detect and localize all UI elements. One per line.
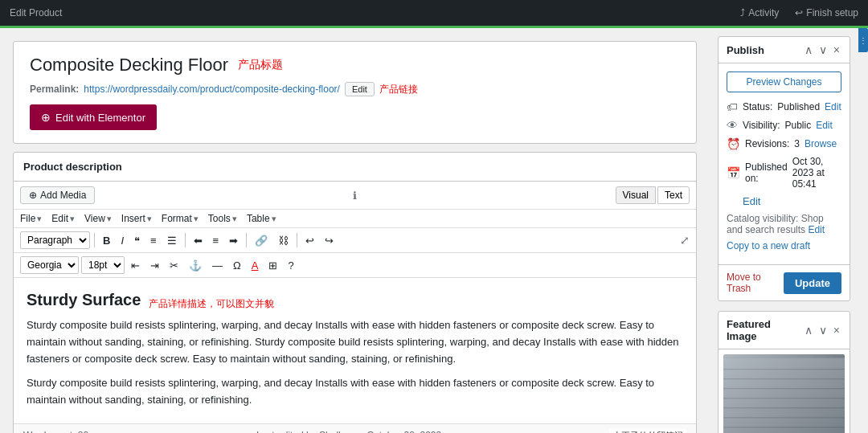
catalog-visibility-row: Catalog visibility: Shop and search resu… [727,213,841,240]
publish-panel-down-button[interactable]: ∨ [817,43,829,56]
align-right-button[interactable]: ➡ [225,232,242,249]
topbar: Edit Product ⤴ Activity ↩ Finish setup [0,0,868,26]
anchor-button[interactable]: ⚓ [185,257,206,274]
publish-panel-header: Publish ∧ ∨ × [719,37,850,63]
menu-insert[interactable]: Insert ▾ [121,213,152,224]
separator-4 [297,233,297,247]
elementor-icon: ⊕ [41,111,51,124]
featured-image-panel: Featured Image ∧ ∨ × [718,311,850,433]
product-title-cn-label: 产品标题 [238,58,283,72]
description-section: Product description ⊕ Add Media ℹ Visual… [13,152,697,433]
menu-view[interactable]: View ▾ [84,213,112,224]
table-insert-button[interactable]: ⊞ [264,257,281,274]
paragraph-select[interactable]: Paragraph [20,231,90,249]
help-icon: ℹ [353,190,357,202]
featured-image-header: Featured Image ∧ ∨ × [719,312,850,349]
published-row: 📅 Published on: Oct 30, 2023 at 05:41 [727,156,841,190]
resize-handle[interactable]: ⋮ [858,28,868,52]
calendar-icon: 📅 [727,166,740,179]
menu-bar: File ▾ Edit ▾ View ▾ Insert ▾ Format ▾ T… [14,210,696,228]
permalink-link[interactable]: https://wordpressdaily.com/product/compo… [84,84,340,95]
product-title-section: Composite Decking Floor 产品标题 Permalink: … [13,41,697,144]
add-media-icon: ⊕ [29,190,37,201]
last-edited: Last edited by Shelley on October 30, 20… [256,430,441,433]
add-media-button[interactable]: ⊕ Add Media [20,186,95,204]
unlink-button[interactable]: ⛓ [274,232,293,249]
copy-draft-link[interactable]: Copy to a new draft [727,240,841,251]
help-button[interactable]: ? [284,257,297,274]
deck-image-svg [723,354,845,433]
ordered-list-button[interactable]: ☰ [163,232,181,249]
cut-button[interactable]: ✂ [166,257,182,274]
featured-image[interactable]: 产品封面 [723,354,845,433]
move-to-trash-link[interactable]: Move to Trash [727,272,777,294]
align-center-button[interactable]: ≡ [209,232,223,249]
update-button[interactable]: Update [784,272,841,294]
align-left-button[interactable]: ⬅ [190,232,207,249]
bold-button[interactable]: B [99,232,114,249]
publish-panel-close-button[interactable]: × [832,43,841,56]
activity-item[interactable]: ⤴ Activity [740,7,779,18]
finish-setup-icon: ↩ [795,7,803,18]
published-edit-link[interactable]: Edit [743,195,760,207]
publish-panel: Publish ∧ ∨ × Preview Changes 🏷 Status: … [718,36,850,301]
permalink-label: Permalink: [30,84,79,95]
word-count: Word count: 80 [23,430,88,433]
visibility-edit-link[interactable]: Edit [816,120,833,131]
visual-tab[interactable]: Visual [616,186,656,204]
editor-content[interactable]: Sturdy Surface 产品详情描述，可以图文并貌 Sturdy comp… [14,278,696,423]
expand-button[interactable]: ⤢ [680,234,690,247]
revisions-row: ⏰ Revisions: 3 Browse [727,137,841,150]
publish-panel-up-button[interactable]: ∧ [803,43,814,56]
unordered-list-button[interactable]: ≡ [146,232,161,249]
menu-edit[interactable]: Edit ▾ [51,213,75,224]
menu-tools[interactable]: Tools ▾ [208,213,237,224]
visibility-icon: 👁 [727,119,738,132]
publish-panel-controls: ∧ ∨ × [803,43,841,56]
indent-increase-button[interactable]: ⇥ [146,257,163,274]
link-button[interactable]: 🔗 [251,232,272,249]
finish-setup-item[interactable]: ↩ Finish setup [795,7,858,18]
edit-permalink-button[interactable]: Edit [345,82,375,96]
preview-changes-button[interactable]: Preview Changes [727,71,841,92]
redo-button[interactable]: ↪ [321,232,338,249]
featured-image-controls: ∧ ∨ × [803,324,841,337]
status-edit-link[interactable]: Edit [825,101,841,112]
editor-paragraph-1: Sturdy composite build resists splinteri… [27,317,683,367]
main-container: Composite Decking Floor 产品标题 Permalink: … [0,28,868,433]
horizontal-rule-button[interactable]: — [208,257,227,274]
menu-table[interactable]: Table ▾ [247,213,276,224]
desc-cn-label: 产品详情描述，可以图文并貌 [149,297,274,311]
font-select[interactable]: Georgia [20,256,79,274]
menu-format[interactable]: Format ▾ [162,213,199,224]
indent-decrease-button[interactable]: ⇤ [127,257,144,274]
visibility-row: 👁 Visibility: Public Edit [727,119,841,132]
separator-3 [246,233,247,247]
content-area: Composite Decking Floor 产品标题 Permalink: … [0,28,710,433]
resize-icon: ⋮ [859,36,867,45]
italic-button[interactable]: I [117,232,128,249]
menu-file[interactable]: File ▾ [20,213,42,224]
status-icon: 🏷 [727,100,738,113]
revisions-browse-link[interactable]: Browse [805,138,837,149]
featured-image-up-button[interactable]: ∧ [803,324,814,337]
product-title: Composite Decking Floor [30,55,228,76]
size-select[interactable]: 18pt [81,256,125,274]
featured-image-body: 产品封面 [719,349,850,433]
featured-image-close-button[interactable]: × [832,324,841,337]
description-header: Product description [14,153,696,182]
text-tab[interactable]: Text [657,186,690,204]
publish-panel-footer: Move to Trash Update [719,264,850,300]
undo-button[interactable]: ↩ [301,232,318,249]
permalink-cn-label: 产品链接 [379,83,418,96]
text-color-button[interactable]: A [248,257,263,274]
blockquote-button[interactable]: ❝ [130,232,144,249]
edit-with-elementor-button[interactable]: ⊕ Edit with Elementor [30,104,157,130]
status-row: 🏷 Status: Published Edit [727,100,841,113]
publish-panel-body: Preview Changes 🏷 Status: Published Edit… [719,63,850,264]
revisions-icon: ⏰ [727,137,740,150]
catalog-edit-link[interactable]: Edit [808,224,825,235]
featured-image-down-button[interactable]: ∨ [817,324,829,337]
topbar-right: ⤴ Activity ↩ Finish setup [740,7,858,18]
special-char-button[interactable]: Ω [229,257,245,274]
